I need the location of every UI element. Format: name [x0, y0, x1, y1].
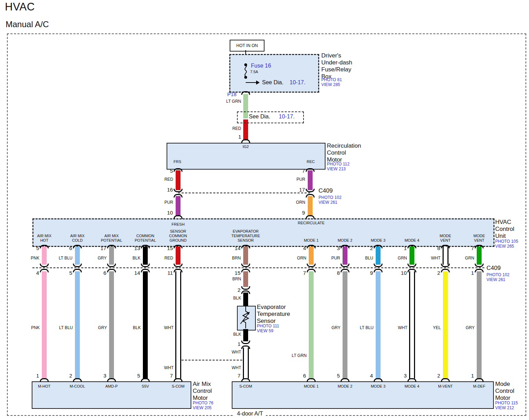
wire-segment [477, 247, 482, 265]
pin-number: 2 [69, 373, 72, 379]
hvac-fresh-label: FRESH [171, 222, 184, 227]
motor-terminal-label: M-DEF [473, 384, 485, 389]
wire-color-label: PUR [297, 177, 305, 182]
connector-bracket [340, 378, 350, 382]
pin-number: 15 [167, 245, 173, 251]
wire-color-label: BLK [132, 256, 140, 260]
wire-segment [409, 271, 415, 379]
fuse-name: Fuse 16 [251, 63, 271, 69]
wire-color-label: LT BLU [59, 256, 72, 260]
motor-terminal-label: MODE 3 [371, 384, 385, 389]
air-mix-photo-view-link[interactable]: PHOTO 76 VIEW 205 [193, 400, 213, 410]
pin-number: 7 [302, 168, 305, 174]
wire-segment [175, 271, 181, 379]
pin-number: 11 [167, 270, 173, 276]
evap-photo-view-link[interactable]: PHOTO 111 VIEW 59 [257, 324, 279, 333]
fusebox-name: Driver's Under-dash Fuse/Relay Box [321, 52, 352, 80]
wire-segment [308, 196, 313, 216]
wire-color-label: BLK [233, 296, 241, 301]
wire-color-label: WHT [431, 256, 440, 260]
wire-segment [376, 247, 381, 265]
pin-number: 1 [471, 270, 474, 276]
unit-terminal-label: MODE 3 [371, 238, 385, 243]
branch-arrow-icon [256, 80, 260, 85]
connector-bracket [407, 378, 416, 382]
unit-terminal-label: MODE VENT [474, 234, 485, 243]
pin-number: 7 [471, 245, 474, 251]
fusebox-photo-view-link[interactable]: PHOTO 81 VIEW 285 [321, 77, 342, 87]
wire-color-label: WHT [164, 325, 174, 330]
unit-terminal-label: AIR MIX POTENTIAL [101, 234, 122, 243]
wire-color-label: PNK [31, 325, 40, 330]
connector-bracket [174, 378, 183, 382]
c409-upper-label: C409 [319, 187, 333, 194]
motor-terminal-label: M-HOT [38, 384, 51, 389]
wire-color-label: WHT [232, 365, 241, 370]
connector-bracket [73, 378, 82, 382]
wire-segment [176, 170, 181, 190]
pin-number: 17 [100, 245, 106, 251]
wire-color-label: GRY [331, 325, 340, 330]
wire-color-label: ORN [296, 200, 305, 205]
mode-photo-view-link[interactable]: PHOTO 115 VIEW 212 [495, 400, 518, 410]
wire-segment [243, 247, 248, 265]
c409-main-photo-view-link[interactable]: PHOTO 102 VIEW 261 [486, 272, 509, 282]
c409-upper-line [178, 193, 310, 193]
wire-color-label: LT BLU [59, 325, 73, 330]
pin-number: 6 [303, 373, 306, 379]
pin-number: 3 [404, 373, 407, 379]
wire-segment [42, 271, 47, 379]
wire-color-label: PUR [331, 256, 340, 260]
pin-number: 8 [337, 270, 340, 276]
hvac-recirculate-label: RECIRCULATE [298, 221, 325, 225]
connector-bracket [307, 378, 316, 382]
c409-main-label: C409 [486, 265, 501, 272]
wire-color-label: YEL [433, 325, 441, 330]
pin-number: 10 [401, 270, 407, 276]
unit-terminal-label: AIR MIX HOT [37, 234, 52, 243]
pin-number: 4 [36, 270, 39, 276]
wire-segment [376, 271, 381, 379]
unit-terminal-label: EVAPORATOR TEMPERATURE SENSOR [231, 229, 260, 243]
c409-upper-photo-view-link[interactable]: PHOTO 102 VIEW 261 [319, 195, 342, 205]
wire-segment [42, 247, 47, 265]
see-dia2-link[interactable]: 10-17. [279, 114, 294, 120]
unit-terminal-label: MODE 2 [338, 238, 352, 243]
wire-color-label: WHT [164, 365, 174, 370]
wire-color-label: LT GRN [292, 353, 307, 358]
footer-note: 4-door A/T [234, 411, 266, 417]
see-dia-link[interactable]: 10-17. [290, 79, 305, 86]
motor-terminal-label: S-COM [172, 384, 185, 389]
connector-bracket [374, 378, 383, 382]
hvac-photo-view-link[interactable]: PHOTO 105 VIEW 265 [495, 239, 518, 249]
wire-segment [443, 271, 448, 379]
recirc-ig2-label: IG2 [243, 145, 249, 149]
pin-number: 14 [134, 270, 140, 276]
wire-segment [409, 247, 414, 265]
pin-number: 16 [167, 187, 173, 193]
wire-color-label: LT BLU [360, 325, 374, 330]
pin-number: 7 [170, 373, 173, 379]
unit-terminal-label: MODE 4 [405, 238, 419, 243]
pin-number: 10 [167, 210, 173, 216]
wire-color-label: RED [164, 177, 173, 182]
pin-number: 5 [337, 373, 340, 379]
see-dia2-label: See Dia. [249, 114, 270, 120]
recirc-motor-name: Recirculation Control Motor [327, 142, 361, 163]
pin-number: 2 [437, 373, 440, 379]
unit-terminal-label: COMMON POTENTIAL [135, 234, 156, 243]
pin-number: 7 [238, 373, 240, 379]
wire-color-label: BRN [232, 256, 241, 260]
wire-segment [343, 247, 347, 265]
recirc-rec-label: REC [307, 160, 315, 164]
pin-number: 9 [370, 270, 373, 276]
wire-segment [477, 271, 482, 379]
wire-segment [343, 271, 347, 379]
wire-segment [443, 247, 449, 265]
wire-segment [109, 247, 114, 265]
hvac-unit-name: HVAC Control Unit [495, 219, 514, 240]
wire-segment [243, 348, 249, 379]
pin-number: 17 [299, 187, 305, 193]
wire-segment [109, 271, 114, 379]
recirc-photo-view-link[interactable]: PHOTO 112 VIEW 213 [327, 162, 350, 171]
